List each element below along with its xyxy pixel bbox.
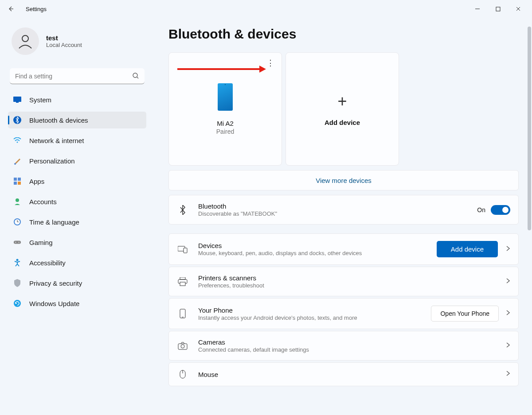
sidebar-item-accessibility[interactable]: Accessibility — [8, 254, 146, 271]
nav-label: Personalization — [29, 157, 75, 165]
sidebar-item-personalization[interactable]: Personalization — [8, 152, 146, 169]
svg-point-25 — [14, 300, 21, 307]
devices-row[interactable]: Devices Mouse, keyboard, pen, audio, dis… — [168, 233, 519, 265]
open-your-phone-button[interactable]: Open Your Phone — [431, 306, 499, 322]
nav-label: Accessibility — [29, 259, 66, 267]
maximize-button[interactable] — [488, 2, 508, 16]
svg-rect-1 — [496, 7, 500, 11]
bluetooth-label: Bluetooth — [198, 202, 477, 210]
add-device-button[interactable]: Add device — [437, 241, 498, 257]
accounts-icon — [13, 198, 21, 206]
svg-point-22 — [16, 242, 16, 243]
phone-icon — [177, 309, 188, 318]
chevron-right-icon — [506, 370, 510, 378]
main-content: Bluetooth & devices ⋮ Mi A2 Paired + Add… — [151, 18, 532, 415]
view-more-devices-button[interactable]: View more devices — [168, 170, 519, 190]
system-icon — [13, 96, 21, 104]
sidebar-item-apps[interactable]: Apps — [8, 173, 146, 190]
shield-icon — [13, 279, 21, 287]
mouse-row[interactable]: Mouse — [168, 362, 519, 386]
svg-point-24 — [16, 259, 19, 261]
title-bar: Settings — [0, 0, 532, 18]
nav-label: Gaming — [29, 239, 53, 246]
nav-label: Accounts — [29, 198, 57, 206]
profile-sub: Local Account — [46, 42, 82, 48]
brush-icon — [13, 157, 21, 165]
svg-point-23 — [19, 242, 20, 243]
scrollbar[interactable] — [528, 27, 531, 230]
svg-rect-13 — [18, 178, 21, 181]
add-device-card[interactable]: + Add device — [286, 52, 399, 166]
row-title: Devices — [198, 242, 437, 249]
chevron-right-icon — [506, 245, 510, 253]
svg-rect-8 — [16, 102, 19, 103]
sidebar-item-privacy[interactable]: Privacy & security — [8, 275, 146, 291]
svg-rect-32 — [180, 282, 185, 286]
update-icon — [13, 299, 21, 307]
bluetooth-toggle-row[interactable]: Bluetooth Discoverable as "MATEBOOK" On — [168, 195, 519, 225]
nav-label: Bluetooth & devices — [29, 116, 88, 124]
back-button[interactable] — [4, 2, 18, 16]
row-sub: Instantly access your Android device's p… — [198, 314, 431, 321]
svg-rect-12 — [14, 178, 17, 181]
device-status: Paired — [216, 128, 234, 135]
avatar — [12, 27, 39, 55]
chevron-right-icon — [506, 342, 510, 350]
row-title: Your Phone — [198, 306, 431, 314]
nav-label: Windows Update — [29, 300, 79, 307]
sidebar-item-bluetooth-devices[interactable]: Bluetooth & devices — [8, 112, 146, 128]
bluetooth-sub: Discoverable as "MATEBOOK" — [198, 210, 477, 217]
device-name: Mi A2 — [217, 120, 234, 127]
apps-icon — [13, 177, 21, 185]
svg-point-16 — [16, 198, 19, 202]
plus-icon: + — [337, 92, 347, 111]
svg-rect-15 — [18, 182, 21, 185]
sidebar-item-gaming[interactable]: Gaming — [8, 234, 146, 251]
svg-point-4 — [22, 35, 28, 42]
minimize-button[interactable] — [467, 2, 488, 16]
window-title: Settings — [26, 6, 47, 12]
sidebar-item-time-language[interactable]: Time & language — [8, 213, 146, 230]
svg-rect-21 — [14, 240, 21, 244]
phone-icon — [218, 83, 233, 111]
nav-list: System Bluetooth & devices Network & int… — [8, 91, 146, 312]
svg-rect-7 — [13, 97, 21, 102]
sidebar-item-windows-update[interactable]: Windows Update — [8, 295, 146, 312]
camera-icon — [177, 342, 188, 350]
row-title: Mouse — [198, 371, 504, 378]
sidebar-item-network[interactable]: Network & internet — [8, 132, 146, 149]
cameras-row[interactable]: Cameras Connected cameras, default image… — [168, 331, 519, 361]
search-icon — [132, 72, 139, 81]
svg-rect-30 — [180, 277, 185, 279]
sidebar-item-system[interactable]: System — [8, 91, 146, 108]
chevron-right-icon — [506, 310, 510, 318]
svg-rect-14 — [14, 182, 17, 185]
svg-point-36 — [181, 345, 184, 348]
svg-point-11 — [14, 163, 16, 165]
printer-icon — [177, 277, 188, 286]
row-sub: Mouse, keyboard, pen, audio, displays an… — [198, 250, 437, 256]
printers-row[interactable]: Printers & scanners Preferences, trouble… — [168, 267, 519, 296]
row-title: Cameras — [198, 338, 504, 346]
profile-section[interactable]: test Local Account — [8, 25, 146, 64]
gamepad-icon — [13, 238, 21, 246]
wifi-icon — [13, 136, 21, 144]
sidebar-item-accounts[interactable]: Accounts — [8, 193, 146, 210]
bluetooth-icon — [13, 116, 21, 124]
paired-device-card[interactable]: ⋮ Mi A2 Paired — [168, 52, 282, 166]
clock-icon — [13, 218, 21, 226]
svg-rect-33 — [180, 309, 185, 318]
svg-point-5 — [133, 73, 137, 78]
more-options-icon[interactable]: ⋮ — [266, 58, 274, 68]
close-button[interactable] — [508, 2, 528, 16]
mouse-icon — [177, 370, 188, 379]
toggle-state: On — [477, 206, 485, 213]
svg-point-10 — [17, 142, 18, 143]
search-input[interactable] — [10, 68, 145, 84]
row-title: Printers & scanners — [198, 274, 504, 282]
your-phone-row[interactable]: Your Phone Instantly access your Android… — [168, 298, 519, 329]
devices-icon — [177, 245, 188, 253]
accessibility-icon — [13, 259, 21, 267]
bluetooth-toggle[interactable] — [491, 205, 510, 215]
bluetooth-icon — [177, 205, 188, 215]
